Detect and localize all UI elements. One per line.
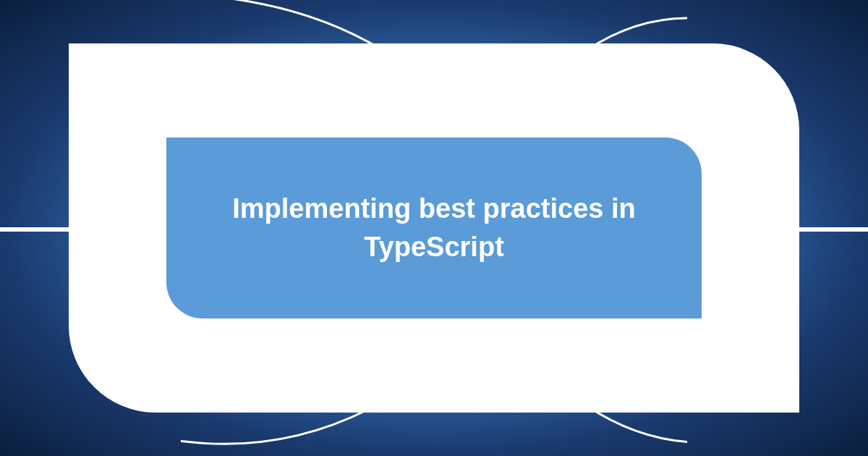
decorative-line-left [0, 227, 72, 232]
decorative-line-right [796, 227, 868, 232]
title-text: Implementing best practices in TypeScrip… [166, 190, 702, 266]
title-panel: Implementing best practices in TypeScrip… [166, 138, 702, 318]
